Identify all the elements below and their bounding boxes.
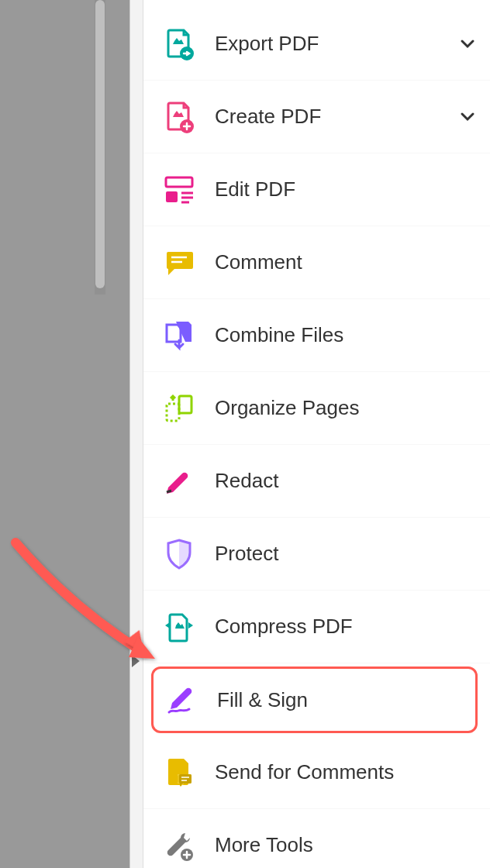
shield-icon xyxy=(162,537,196,571)
tool-combine-files[interactable]: Combine Files xyxy=(143,299,490,372)
panel-collapse-icon xyxy=(132,655,140,667)
redact-icon xyxy=(162,464,196,498)
svg-rect-3 xyxy=(166,191,178,202)
more-tools-icon xyxy=(162,828,196,863)
tool-compress-pdf[interactable]: Compress PDF xyxy=(143,591,490,663)
panel-collapse-edge[interactable] xyxy=(129,0,143,868)
tool-label: Edit PDF xyxy=(215,177,476,202)
tool-list: Export PDF Create PDF xyxy=(143,0,490,868)
svg-rect-10 xyxy=(167,404,179,421)
tool-label: More Tools xyxy=(215,833,476,857)
tool-label: Fill & Sign xyxy=(217,688,461,712)
chevron-down-icon xyxy=(459,36,476,53)
edit-pdf-icon xyxy=(162,173,196,207)
tool-label: Export PDF xyxy=(215,32,459,56)
tool-protect[interactable]: Protect xyxy=(143,518,490,591)
tool-label: Create PDF xyxy=(215,105,459,129)
tool-redact[interactable]: Redact xyxy=(143,445,490,518)
send-comments-icon xyxy=(162,756,196,790)
svg-rect-2 xyxy=(166,177,192,187)
fill-sign-icon xyxy=(164,683,198,717)
organize-pages-icon xyxy=(162,391,196,425)
export-pdf-icon xyxy=(162,27,196,61)
tool-label: Comment xyxy=(215,250,476,274)
tool-label: Redact xyxy=(215,469,476,493)
tool-more-tools[interactable]: More Tools xyxy=(143,809,490,868)
tool-fill-and-sign[interactable]: Fill & Sign xyxy=(151,666,478,733)
compress-pdf-icon xyxy=(162,610,196,644)
tool-send-for-comments[interactable]: Send for Comments xyxy=(143,736,490,809)
svg-rect-11 xyxy=(179,774,192,784)
tools-panel: Export PDF Create PDF xyxy=(143,0,490,868)
tool-label: Send for Comments xyxy=(215,760,476,784)
combine-files-icon xyxy=(162,319,196,353)
svg-rect-9 xyxy=(179,396,192,413)
chevron-down-icon xyxy=(459,108,476,126)
tool-export-pdf[interactable]: Export PDF xyxy=(143,8,490,81)
tool-create-pdf[interactable]: Create PDF xyxy=(143,81,490,153)
tool-organize-pages[interactable]: Organize Pages xyxy=(143,372,490,445)
tool-label: Organize Pages xyxy=(215,396,476,420)
tool-label: Combine Files xyxy=(215,323,476,347)
tool-label: Compress PDF xyxy=(215,615,476,639)
comment-icon xyxy=(162,246,196,280)
tool-label: Protect xyxy=(215,542,476,566)
tool-comment[interactable]: Comment xyxy=(143,226,490,299)
create-pdf-icon xyxy=(162,100,196,134)
tool-edit-pdf[interactable]: Edit PDF xyxy=(143,153,490,226)
scrollbar-thumb[interactable] xyxy=(95,0,105,288)
